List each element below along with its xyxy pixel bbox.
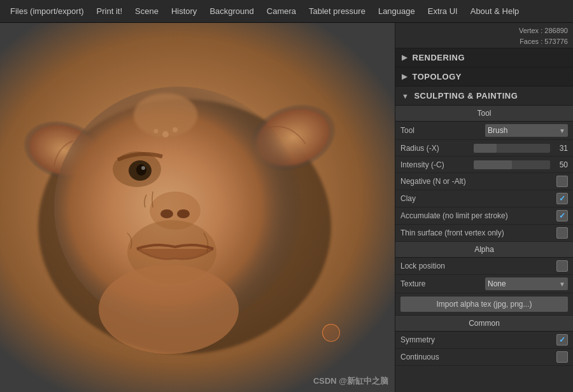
viewport[interactable]: CSDN @新缸中之脑 [0,23,395,392]
intensity-value: 50 [553,160,568,169]
radius-value: 31 [553,144,568,153]
svg-point-13 [99,265,239,354]
clay-control [556,193,568,204]
prop-continuous: Continuous [395,349,573,366]
radius-label: Radius (-X) [400,144,474,153]
svg-point-10 [160,209,173,218]
common-subheader: Common [395,316,573,332]
accumulate-checkbox[interactable] [556,210,568,221]
negative-checkbox[interactable] [556,176,568,187]
clay-checkbox[interactable] [556,193,568,204]
tool-control: Brush ▼ [485,124,568,137]
section-rendering[interactable]: ▶ RENDERING [395,48,573,67]
tool-label: Tool [400,126,485,135]
texture-dropdown-arrow: ▼ [559,281,565,288]
lock-label: Lock position [400,262,556,270]
texture-dropdown-value: None [488,279,506,288]
tool-dropdown[interactable]: Brush ▼ [485,124,568,137]
intensity-control: 50 [474,160,568,169]
menu-extra[interactable]: Extra UI [421,0,464,23]
menu-background[interactable]: Background [203,0,260,23]
radius-fill [474,144,497,153]
rendering-label: RENDERING [413,53,465,62]
alpha-subheader: Alpha [395,242,573,258]
svg-point-16 [154,129,159,134]
prop-thin: Thin surface (front vertex only) [395,225,573,242]
vertex-stat: Vertex : 286890 [519,27,568,34]
section-topology[interactable]: ▶ TOPOLOGY [395,67,573,87]
menu-camera[interactable]: Camera [260,0,302,23]
texture-control: None ▼ [485,277,568,290]
tool-subheader: Tool [395,106,573,122]
menu-scene[interactable]: Scene [129,0,165,23]
prop-negative: Negative (N or -Alt) [395,173,573,190]
menu-files[interactable]: Files (import/export) [4,0,90,23]
main-layout: CSDN @新缸中之脑 Vertex : 286890 Faces : 5737… [0,23,573,392]
lock-checkbox[interactable] [556,260,568,272]
watermark: CSDN @新缸中之脑 [313,375,388,387]
symmetry-checkbox[interactable] [556,334,568,346]
thin-label: Thin surface (front vertex only) [400,228,556,237]
negative-label: Negative (N or -Alt) [400,177,556,186]
svg-point-14 [162,131,169,137]
symmetry-label: Symmetry [400,335,556,344]
sculpting-label: SCULPTING & PAINTING [414,91,518,101]
tool-dropdown-arrow: ▼ [559,127,565,134]
svg-point-7 [136,164,146,176]
svg-point-11 [177,209,190,218]
accumulate-label: Accumulate (no limit per stroke) [400,211,556,220]
topology-label: TOPOLOGY [413,72,462,81]
lock-control [556,260,568,272]
faces-stat: Faces : 573776 [520,38,568,45]
intensity-fill [474,160,512,169]
menubar: Files (import/export) Print it! Scene Hi… [0,0,573,23]
menu-history[interactable]: History [165,0,203,23]
menu-print[interactable]: Print it! [90,0,129,23]
continuous-label: Continuous [400,353,556,361]
menu-language[interactable]: Language [372,0,421,23]
stats-bar: Vertex : 286890 Faces : 573776 [395,23,573,48]
menu-tablet[interactable]: Tablet pressure [302,0,372,23]
radius-control: 31 [474,144,568,153]
continuous-checkbox[interactable] [556,351,568,363]
brush-cursor [322,324,340,342]
negative-control [556,176,568,187]
import-alpha-button[interactable]: Import alpha tex (jpg, png...) [400,297,568,312]
menu-about[interactable]: About & Help [464,0,526,23]
prop-texture: Texture None ▼ [395,275,573,293]
thin-control [556,227,568,239]
texture-dropdown[interactable]: None ▼ [485,277,568,290]
prop-clay: Clay [395,190,573,207]
tool-dropdown-value: Brush [488,126,507,135]
topology-arrow: ▶ [402,73,407,81]
intensity-label: Intensity (-C) [400,160,474,169]
svg-point-8 [141,166,145,170]
thin-checkbox[interactable] [556,227,568,239]
rendering-arrow: ▶ [402,53,407,62]
texture-label: Texture [400,279,485,288]
accumulate-control [556,210,568,221]
prop-tool: Tool Brush ▼ [395,122,573,140]
svg-point-4 [134,93,197,137]
prop-radius: Radius (-X) 31 [395,140,573,157]
section-sculpting[interactable]: ▼ SCULPTING & PAINTING [395,87,573,106]
clay-label: Clay [400,194,556,203]
radius-slider[interactable] [474,144,550,153]
prop-lock: Lock position [395,258,573,275]
import-btn-row: Import alpha tex (jpg, png...) [395,293,573,316]
intensity-slider[interactable] [474,160,550,169]
right-panel: Vertex : 286890 Faces : 573776 ▶ RENDERI… [395,23,573,392]
symmetry-control [556,334,568,346]
continuous-control [556,351,568,363]
sculpting-arrow: ▼ [402,92,409,100]
prop-intensity: Intensity (-C) 50 [395,157,573,173]
prop-accumulate: Accumulate (no limit per stroke) [395,207,573,225]
svg-point-15 [173,127,178,132]
prop-symmetry: Symmetry [395,332,573,349]
